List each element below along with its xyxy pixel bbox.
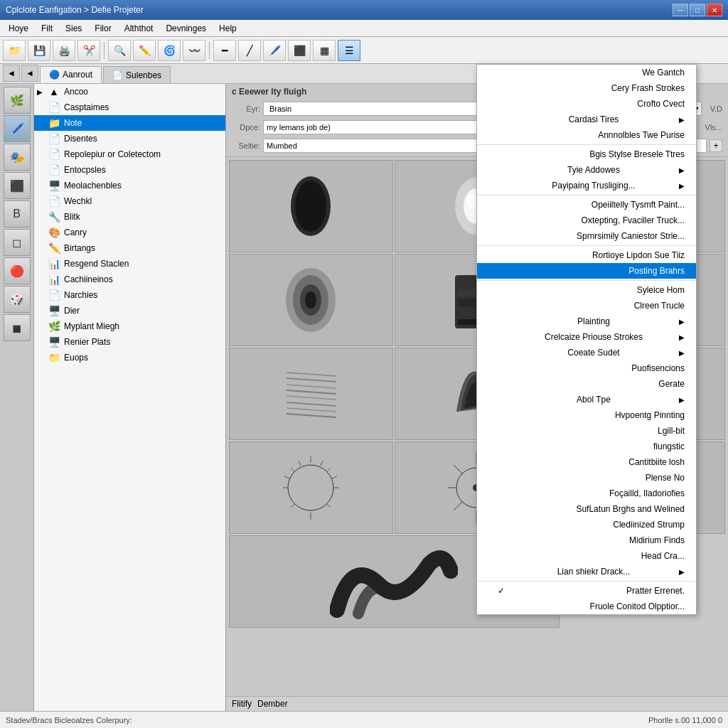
dd-item-33[interactable]: Midirium Finds <box>477 532 696 548</box>
dd-item-2[interactable]: Crofto Cvect <box>477 96 696 112</box>
tool-button-5[interactable]: ✏️ <box>133 40 156 61</box>
tree-item-15[interactable]: 🌿 Myplant Miegh <box>34 318 225 334</box>
dd-item-8[interactable]: Payipaing Trusliging...▶ <box>477 178 696 193</box>
tree-item-13[interactable]: 📄 Narchies <box>34 287 225 303</box>
tree-item-7[interactable]: 📄 Wechkl <box>34 193 225 209</box>
dd-item-37[interactable]: ✓Pratter Errenet. <box>477 583 696 599</box>
tree-icon-12: 📊 <box>47 272 61 287</box>
tree-item-9[interactable]: 🎨 Canry <box>34 225 225 240</box>
left-tool-3[interactable]: ⬛ <box>4 172 31 199</box>
dd-item-21[interactable]: Coeate Sudet▶ <box>477 345 696 360</box>
tree-item-4[interactable]: 📄 Repolepiur or Coletectom <box>34 146 225 162</box>
tree-item-12[interactable]: 📊 Cachiineinos <box>34 272 225 287</box>
dd-item-35[interactable]: Lian shiekr Drack...▶ <box>477 564 696 579</box>
tree-item-14[interactable]: 🖥️ Dier <box>34 303 225 318</box>
dd-item-12[interactable]: Sprnrsimily Caniestor Strie... <box>477 228 696 244</box>
left-tool-6[interactable]: 🔴 <box>4 257 31 284</box>
dd-item-38[interactable]: Fruole Conitod Olpptior... <box>477 599 696 614</box>
menu-item-hoye[interactable]: Hoye <box>3 21 34 36</box>
left-tool-8[interactable]: ◼ <box>4 314 31 341</box>
back-button[interactable]: ◄ <box>21 65 38 82</box>
dd-item-26[interactable]: Lgill-bit <box>477 423 696 439</box>
dd-item-20[interactable]: Crelcaize Priouse Strokes▶ <box>477 329 696 345</box>
tab-aanrout[interactable]: 🔵Aanrout <box>40 66 102 83</box>
dd-item-32[interactable]: Clediinized Strump <box>477 517 696 532</box>
dd-item-19[interactable]: Plainting▶ <box>477 314 696 329</box>
minimize-button[interactable]: ─ <box>673 4 688 16</box>
tool-button-3[interactable]: ✂️ <box>77 40 100 61</box>
dd-item-29[interactable]: Plense No <box>477 470 696 486</box>
dd-item-18[interactable]: Clreen Trucle <box>477 298 696 314</box>
left-tool-2[interactable]: 🎭 <box>4 144 31 171</box>
dd-item-15[interactable]: Posting Brahrs <box>477 263 696 279</box>
tree-item-2[interactable]: 📁 Note <box>34 115 225 131</box>
close-button[interactable]: ✕ <box>707 4 722 16</box>
dd-item-10[interactable]: Opeiiltelly Tysmft Paint... <box>477 197 696 213</box>
tree-item-8[interactable]: 🔧 Blitk <box>34 209 225 225</box>
dd-item-4[interactable]: Annnolbles Twe Purise <box>477 127 696 143</box>
tool-button-12[interactable]: ▦ <box>313 40 336 61</box>
dd-item-11[interactable]: Oxtepting, Fvaciller Truck... <box>477 213 696 228</box>
left-tool-0[interactable]: 🌿 <box>4 87 31 114</box>
tool-button-2[interactable]: 🖨️ <box>53 40 75 61</box>
tree-item-16[interactable]: 🖥️ Renier Plats <box>34 334 225 350</box>
left-tool-1[interactable]: 🖊️ <box>4 115 31 142</box>
tree-item-6[interactable]: 🖥️ Meolachenbles <box>34 178 225 193</box>
dd-item-24[interactable]: Abol Tpe▶ <box>477 392 696 407</box>
left-tool-7[interactable]: 🎲 <box>4 286 31 313</box>
dd-item-34[interactable]: Head Cra... <box>477 548 696 564</box>
dd-label-34: Head Cra... <box>641 551 685 561</box>
tool-button-4[interactable]: 🔍 <box>108 40 131 61</box>
dd-item-30[interactable]: Foçailld, Iladoriofies <box>477 486 696 501</box>
dd-item-23[interactable]: Gerate <box>477 376 696 392</box>
tree-label-15: Myplant Miegh <box>64 321 119 331</box>
menu-item-filt[interactable]: Filt <box>36 21 58 36</box>
brush-cell-4[interactable] <box>229 254 393 346</box>
dd-item-0[interactable]: We Gantch <box>477 65 696 80</box>
tree-item-5[interactable]: 📄 Entocpsles <box>34 162 225 178</box>
dd-item-27[interactable]: fiungstic <box>477 439 696 454</box>
menu-item-filor[interactable]: Filor <box>89 21 117 36</box>
back-button[interactable]: ◄ <box>3 65 20 82</box>
tree-item-0[interactable]: ▶ ▲ Ancoo <box>34 84 225 100</box>
left-tool-5[interactable]: ◻ <box>4 229 31 256</box>
tree-container[interactable]: ▶ ▲ Ancoo 📄 Casptaimes 📁 Note 📄 Disentes… <box>34 84 225 711</box>
tool-button-7[interactable]: 〰️ <box>183 40 205 61</box>
maximize-button[interactable]: □ <box>690 4 705 16</box>
dd-item-17[interactable]: Syleice Hom <box>477 282 696 298</box>
dd-item-22[interactable]: Puofisencions <box>477 360 696 376</box>
tree-item-3[interactable]: 📄 Disentes <box>34 131 225 146</box>
dd-label-23: Gerate <box>658 379 685 389</box>
tree-item-11[interactable]: 📊 Resgend Staclen <box>34 256 225 272</box>
tool-button-9[interactable]: ╱ <box>238 40 261 61</box>
left-tool-4[interactable]: B <box>4 200 31 228</box>
dd-item-6[interactable]: Bgis Stylse Bresele Ttres <box>477 146 696 162</box>
menu-item-devninges[interactable]: Devninges <box>160 21 212 36</box>
menu-item-alththot[interactable]: Alththot <box>119 21 159 36</box>
brush-plus-seltie[interactable]: + <box>710 139 722 152</box>
menu-item-sies[interactable]: Sies <box>60 21 87 36</box>
dd-item-7[interactable]: Tyie Addowes▶ <box>477 162 696 178</box>
brush-cell-1[interactable] <box>229 160 393 252</box>
tree-item-10[interactable]: ✏️ Birtangs <box>34 240 225 256</box>
brush-cell-7[interactable] <box>229 348 393 440</box>
dd-item-31[interactable]: SufLatun Brghs and Welined <box>477 501 696 517</box>
dd-item-14[interactable]: Rortioye Lipdon Sue Tiiz <box>477 247 696 263</box>
dd-item-25[interactable]: Hvpoentg Pinnting <box>477 407 696 423</box>
menu-item-help[interactable]: Help <box>213 21 242 36</box>
tool-button-11[interactable]: ⬛ <box>288 40 311 61</box>
tab-sulenbes[interactable]: 📄Sulenbes <box>103 66 171 83</box>
dd-item-28[interactable]: Cantitbiite losh <box>477 454 696 470</box>
tool-button-10[interactable]: 🖊️ <box>263 40 286 61</box>
tool-button-13[interactable]: ☰ <box>338 40 360 61</box>
tool-button-8[interactable]: ━ <box>213 40 236 61</box>
tool-button-6[interactable]: 🌀 <box>158 40 181 61</box>
brush-cell-10[interactable] <box>229 441 393 534</box>
brush-vis-btn[interactable]: Vls... <box>705 123 722 132</box>
dd-item-1[interactable]: Cery Frash Strokes <box>477 80 696 96</box>
tree-item-1[interactable]: 📄 Casptaimes <box>34 100 225 115</box>
tree-item-17[interactable]: 📁 Euops <box>34 350 225 365</box>
tool-button-0[interactable]: 📁 <box>3 40 26 61</box>
tool-button-1[interactable]: 💾 <box>28 40 50 61</box>
dd-item-3[interactable]: Cardasi Tires▶ <box>477 112 696 127</box>
